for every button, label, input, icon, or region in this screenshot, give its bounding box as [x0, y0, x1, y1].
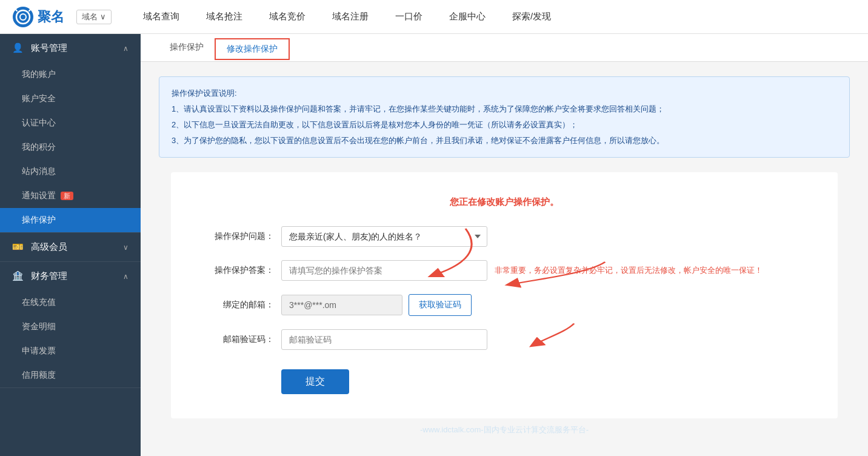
- question-select[interactable]: 您最亲近(家人、朋友)的人的姓名？: [281, 226, 487, 247]
- user-icon: 👤: [12, 42, 24, 53]
- tabs-row: 操作保护 修改操作保护: [141, 34, 868, 62]
- main-content: 操作保护 修改操作保护 操作保护设置说明: 1、请认真设置以下资料以及操作保护问…: [141, 34, 868, 456]
- form-row-email: 绑定的邮箱： 获取验证码: [207, 294, 801, 316]
- nav-item-domain-bid[interactable]: 域名竞价: [256, 0, 319, 34]
- answer-warning: 非常重要，务必设置复杂并必牢记，设置后无法修改，帐户安全的唯一保证！: [495, 265, 763, 276]
- form-area: 您正在修改账户操作保护。 操作保护问题： 您最亲近(家人、朋友)的人的姓名？ 操…: [171, 172, 838, 418]
- logo-text: 聚名: [38, 8, 64, 26]
- info-item-2: 2、以下信息一旦设置无法自助更改，以下信息设置后以后将是核对您本人身份的唯一凭证…: [172, 117, 837, 133]
- vip-icon: 🎫: [12, 241, 24, 252]
- layout: 👤 账号管理 ∧ 我的账户 账户安全 认证中心 我的积分 站内消息 通知设置 新…: [0, 34, 868, 456]
- domain-selector[interactable]: 域名 ∨: [76, 10, 112, 24]
- form-notice: 您正在修改账户操作保护。: [207, 196, 801, 208]
- sidebar-item-invoice[interactable]: 申请发票: [0, 339, 141, 363]
- tab-modify-protection[interactable]: 修改操作保护: [215, 38, 290, 60]
- code-input[interactable]: [281, 329, 487, 350]
- new-badge: 新: [61, 192, 73, 200]
- content-area: 操作保护设置说明: 1、请认真设置以下资料以及操作保护问题和答案，并请牢记，在您…: [141, 62, 868, 454]
- code-label: 邮箱验证码：: [207, 334, 274, 345]
- sidebar-section-account: 👤 账号管理 ∧ 我的账户 账户安全 认证中心 我的积分 站内消息 通知设置 新…: [0, 34, 141, 233]
- email-input: [281, 295, 402, 315]
- sidebar-item-auth-center[interactable]: 认证中心: [0, 111, 141, 135]
- form-row-answer: 操作保护答案： 非常重要，务必设置复杂并必牢记，设置后无法修改，帐户安全的唯一保…: [207, 260, 801, 281]
- logo-area: 聚名: [12, 6, 64, 28]
- info-item-1: 1、请认真设置以下资料以及操作保护问题和答案，并请牢记，在您操作某些关键功能时，…: [172, 101, 837, 117]
- nav-item-domain-search[interactable]: 域名查询: [130, 0, 193, 34]
- sidebar-section-account-header[interactable]: 👤 账号管理 ∧: [0, 34, 141, 62]
- sidebar-item-fund-detail[interactable]: 资金明细: [0, 315, 141, 339]
- sidebar: 👤 账号管理 ∧ 我的账户 账户安全 认证中心 我的积分 站内消息 通知设置 新…: [0, 34, 141, 456]
- sidebar-item-my-account[interactable]: 我的账户: [0, 62, 141, 87]
- form-row-code: 邮箱验证码：: [207, 329, 801, 350]
- sidebar-item-my-points[interactable]: 我的积分: [0, 135, 141, 159]
- sidebar-item-account-security[interactable]: 账户安全: [0, 87, 141, 111]
- email-label: 绑定的邮箱：: [207, 300, 274, 310]
- chevron-up-icon2: ∧: [123, 272, 129, 281]
- nav-item-domain-reg[interactable]: 域名注册: [319, 0, 382, 34]
- nav-item-enterprise[interactable]: 企服中心: [436, 0, 499, 34]
- nav-item-domain-grab[interactable]: 域名抢注: [193, 0, 256, 34]
- question-label: 操作保护问题：: [207, 231, 274, 242]
- answer-label: 操作保护答案：: [207, 265, 274, 276]
- get-code-button[interactable]: 获取验证码: [409, 294, 472, 316]
- watermark-text: -www.idctalk.com-国内专业云计算交流服务平台-: [159, 418, 850, 439]
- sidebar-section-vip-header[interactable]: 🎫 高级会员 ∨: [0, 233, 141, 261]
- submit-row: 提交: [207, 363, 801, 394]
- chevron-up-icon: ∧: [123, 44, 129, 53]
- finance-icon: 🏦: [12, 270, 24, 281]
- nav-item-fixed-price[interactable]: 一口价: [382, 0, 436, 34]
- sidebar-item-recharge[interactable]: 在线充值: [0, 290, 141, 315]
- sidebar-item-operation-protection[interactable]: 操作保护: [0, 208, 141, 232]
- sidebar-section-finance-header[interactable]: 🏦 财务管理 ∧: [0, 262, 141, 290]
- sidebar-item-notifications[interactable]: 通知设置 新: [0, 184, 141, 208]
- nav-item-explore[interactable]: 探索/发现: [499, 0, 564, 34]
- chevron-down-icon: ∨: [123, 243, 129, 252]
- tab-operation-protection[interactable]: 操作保护: [159, 34, 215, 62]
- form-row-question: 操作保护问题： 您最亲近(家人、朋友)的人的姓名？: [207, 226, 801, 247]
- form-area-wrapper: TALK 云说 您正在修改账户操作保护。 操作保护问题： 您最亲近(家人、朋友)…: [159, 172, 850, 439]
- sidebar-item-credit[interactable]: 信用额度: [0, 363, 141, 387]
- top-nav: 聚名 域名 ∨ 域名查询 域名抢注 域名竞价 域名注册 一口价 企服中心 探索/…: [0, 0, 868, 34]
- answer-input[interactable]: [281, 260, 487, 281]
- info-item-3: 3、为了保护您的隐私，您以下设置的信息设置后不会出现在您的帐户前台，并且我们承诺…: [172, 133, 837, 149]
- info-box: 操作保护设置说明: 1、请认真设置以下资料以及操作保护问题和答案，并请牢记，在您…: [159, 76, 850, 158]
- sidebar-section-vip: 🎫 高级会员 ∨: [0, 233, 141, 262]
- logo-icon: [12, 6, 34, 28]
- submit-button[interactable]: 提交: [281, 369, 349, 394]
- sidebar-item-messages[interactable]: 站内消息: [0, 159, 141, 184]
- info-title: 操作保护设置说明:: [172, 86, 837, 101]
- nav-items: 域名查询 域名抢注 域名竞价 域名注册 一口价 企服中心 探索/发现: [130, 0, 564, 34]
- sidebar-section-finance: 🏦 财务管理 ∧ 在线充值 资金明细 申请发票 信用额度: [0, 262, 141, 388]
